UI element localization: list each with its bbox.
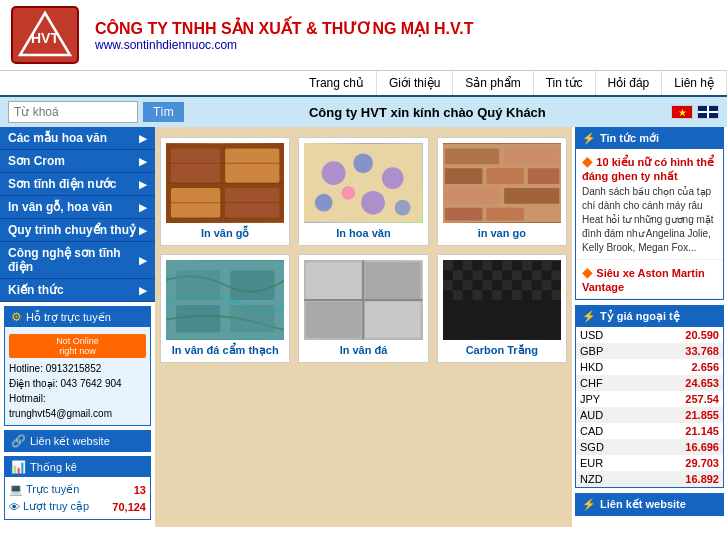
logo: HVT <box>10 5 80 65</box>
svg-rect-46 <box>482 261 492 271</box>
exchange-row: SGD16.696 <box>576 439 723 455</box>
product-name-van-go2: in van go <box>443 227 561 239</box>
sidebar-item-son-crom[interactable]: Sơn Crom ▶ <box>0 150 155 173</box>
currency-label: HKD <box>576 359 640 375</box>
nav-contact[interactable]: Liên hệ <box>662 71 727 95</box>
sidebar-item-kien-thuc[interactable]: Kiến thức ▶ <box>0 279 155 302</box>
sidebar-item-hoa-van[interactable]: Các mẫu hoa văn ▶ <box>0 127 155 150</box>
greeting-text: Công ty HVT xin kính chào Quý Khách <box>184 105 671 120</box>
exchange-row: USD20.590 <box>576 327 723 343</box>
news-desc-0: Danh sách bầu chọn của tạp chí dành cho … <box>582 185 717 255</box>
currency-label: USD <box>576 327 640 343</box>
en-flag[interactable] <box>697 105 719 119</box>
stat-visits: 👁 Lượt truy cập 70,124 <box>9 498 146 515</box>
header: HVT CÔNG TY TNHH SẢN XUẤT & THƯƠNG MẠI H… <box>0 0 727 71</box>
not-online-badge: Not Online right now <box>9 334 146 358</box>
rate-value: 24.653 <box>640 375 723 391</box>
support-box: ⚙ Hỗ trợ trực tuyến Not Online right now… <box>4 306 151 426</box>
product-name-cam-thach: In vân đá cẩm thạch <box>166 344 284 357</box>
svg-rect-5 <box>225 148 279 183</box>
svg-rect-59 <box>492 290 502 300</box>
exchange-title: ⚡ Tỷ giá ngoại tệ <box>576 306 723 327</box>
news-bullet-icon: ◆ <box>582 153 593 169</box>
svg-rect-25 <box>445 188 499 204</box>
svg-rect-21 <box>504 148 559 164</box>
left-sidebar: Các mẫu hoa văn ▶ Sơn Crom ▶ Sơn tĩnh đi… <box>0 127 155 527</box>
main-layout: Các mẫu hoa văn ▶ Sơn Crom ▶ Sơn tĩnh đi… <box>0 127 727 527</box>
exchange-row: GBP33.768 <box>576 343 723 359</box>
svg-rect-53 <box>551 270 561 280</box>
currency-label: AUD <box>576 407 640 423</box>
svg-rect-20 <box>445 148 499 164</box>
product-card-van-da[interactable]: In vân đá <box>298 254 428 363</box>
product-card-carbon[interactable]: Carbon Trắng <box>437 254 567 363</box>
computer-icon: 💻 <box>9 483 23 496</box>
company-name: CÔNG TY TNHH SẢN XUẤT & THƯƠNG MẠI H.V.T <box>95 19 717 38</box>
currency-label: JPY <box>576 391 640 407</box>
right-sidebar: ⚡ Tin tức mới ◆ 10 kiểu nữ có hình thể đ… <box>572 127 727 527</box>
arrow-icon: ▶ <box>139 255 147 266</box>
sidebar-item-cong-nghe[interactable]: Công nghệ sơn tĩnh điện ▶ <box>0 242 155 279</box>
svg-rect-49 <box>512 270 522 280</box>
news-link-0[interactable]: 10 kiểu nữ có hình thể đáng ghen ty nhất <box>582 156 714 182</box>
vn-flag[interactable]: ★ <box>671 105 693 119</box>
product-card-van-go[interactable]: In vân gỗ <box>160 137 290 246</box>
rate-value: 16.696 <box>640 439 723 455</box>
search-input[interactable] <box>8 101 138 123</box>
news-item-1[interactable]: ◆ Siêu xe Aston Martin Vantage <box>576 260 723 299</box>
currency-label: GBP <box>576 343 640 359</box>
rate-value: 20.590 <box>640 327 723 343</box>
center-content: In vân gỗ In hoa văn <box>155 127 572 527</box>
svg-rect-36 <box>365 263 420 299</box>
product-card-hoa-van[interactable]: In hoa văn <box>298 137 428 246</box>
flag-icons: ★ <box>671 105 719 119</box>
svg-rect-31 <box>230 270 274 300</box>
news-link-1[interactable]: Siêu xe Aston Martin Vantage <box>582 267 705 293</box>
news-section: ⚡ Tin tức mới ◆ 10 kiểu nữ có hình thể đ… <box>575 127 724 300</box>
svg-rect-64 <box>541 280 551 290</box>
svg-rect-60 <box>502 280 512 290</box>
svg-rect-57 <box>472 290 482 300</box>
sidebar-item-quy-trinh[interactable]: Quy trình chuyển thuỷ ▶ <box>0 219 155 242</box>
search-button[interactable]: Tìm <box>143 102 184 122</box>
product-card-cam-thach[interactable]: In vân đá cẩm thạch <box>160 254 290 363</box>
product-img-van-go2 <box>443 143 561 223</box>
svg-rect-44 <box>462 261 472 271</box>
exchange-row: JPY257.54 <box>576 391 723 407</box>
arrow-icon: ▶ <box>139 285 147 296</box>
sidebar-item-son-tinh-dien[interactable]: Sơn tĩnh điện nước ▶ <box>0 173 155 196</box>
svg-rect-58 <box>482 280 492 290</box>
svg-rect-27 <box>445 208 482 221</box>
arrow-icon: ▶ <box>139 179 147 190</box>
nav-news[interactable]: Tin tức <box>534 71 596 95</box>
exchange-row: CAD21.145 <box>576 423 723 439</box>
online-value: 13 <box>134 484 146 496</box>
product-card-van-go2[interactable]: in van go <box>437 137 567 246</box>
company-info: CÔNG TY TNHH SẢN XUẤT & THƯƠNG MẠI H.V.T… <box>95 19 717 52</box>
exchange-row: NZD16.892 <box>576 471 723 487</box>
svg-rect-4 <box>171 148 220 183</box>
product-img-van-da <box>304 260 422 340</box>
svg-rect-47 <box>492 270 502 280</box>
stat-online: 💻 Trực tuyến 13 <box>9 481 146 498</box>
nav-products[interactable]: Sản phẩm <box>453 71 533 95</box>
currency-label: NZD <box>576 471 640 487</box>
rate-value: 21.145 <box>640 423 723 439</box>
svg-rect-26 <box>504 188 559 204</box>
product-img-hoa-van <box>304 143 422 223</box>
svg-rect-30 <box>176 270 220 300</box>
nav-home[interactable]: Trang chủ <box>297 71 377 95</box>
svg-point-13 <box>354 153 374 173</box>
svg-rect-50 <box>522 261 532 271</box>
nav-faq[interactable]: Hỏi đáp <box>596 71 663 95</box>
svg-rect-54 <box>443 280 453 290</box>
svg-rect-63 <box>531 290 541 300</box>
nav-about[interactable]: Giới thiệu <box>377 71 453 95</box>
product-name-carbon: Carbon Trắng <box>443 344 561 357</box>
online-label: 💻 Trực tuyến <box>9 483 79 496</box>
currency-label: EUR <box>576 455 640 471</box>
svg-text:HVT: HVT <box>31 30 59 46</box>
svg-rect-45 <box>472 270 482 280</box>
sidebar-item-in-van-go[interactable]: In vân gỗ, hoa văn ▶ <box>0 196 155 219</box>
news-item-0[interactable]: ◆ 10 kiểu nữ có hình thể đáng ghen ty nh… <box>576 149 723 260</box>
